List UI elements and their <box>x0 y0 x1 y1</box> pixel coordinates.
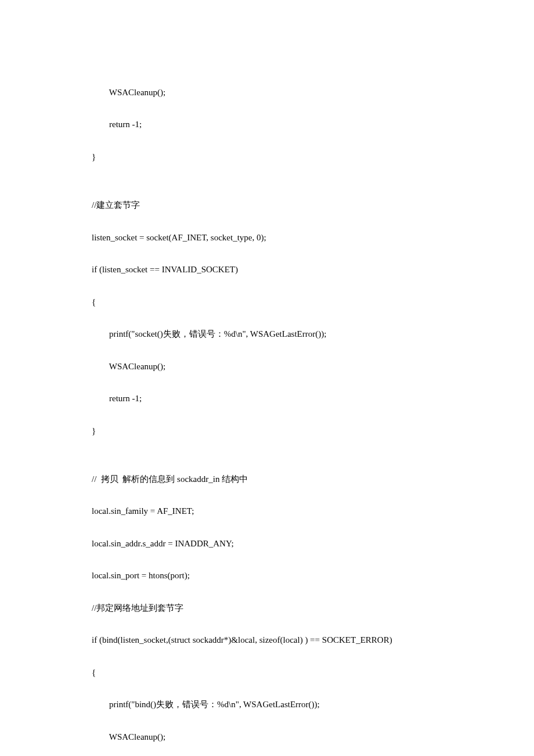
code-line: listen_socket = socket(AF_INET, socket_t… <box>92 230 476 246</box>
code-line: WSACleanup(); <box>92 729 476 746</box>
code-line: if (listen_socket == INVALID_SOCKET) <box>92 262 476 278</box>
document-page: WSACleanup(); return -1; } //建立套节字 liste… <box>0 0 534 756</box>
code-line: local.sin_port = htons(port); <box>92 568 476 584</box>
code-line: { <box>92 665 476 681</box>
code-line: // 拷贝 解析的信息到 sockaddr_in 结构中 <box>92 471 476 488</box>
code-line: local.sin_addr.s_addr = INADDR_ANY; <box>92 536 476 552</box>
code-line: printf("bind()失败，错误号：%d\n", WSAGetLastEr… <box>92 697 476 713</box>
code-line: //建立套节字 <box>92 197 476 214</box>
code-line: WSACleanup(); <box>92 359 476 375</box>
code-line: local.sin_family = AF_INET; <box>92 503 476 520</box>
code-line: if (bind(listen_socket,(struct sockaddr*… <box>92 632 476 649</box>
code-line: WSACleanup(); <box>92 85 476 101</box>
code-line: //邦定网络地址到套节字 <box>92 600 476 617</box>
code-line: return -1; <box>92 117 476 133</box>
code-line: } <box>92 149 476 165</box>
code-line: return -1; <box>92 391 476 407</box>
code-line: { <box>92 294 476 311</box>
code-line: printf("socket()失败，错误号：%d\n", WSAGetLast… <box>92 326 476 343</box>
code-line: } <box>92 423 476 440</box>
